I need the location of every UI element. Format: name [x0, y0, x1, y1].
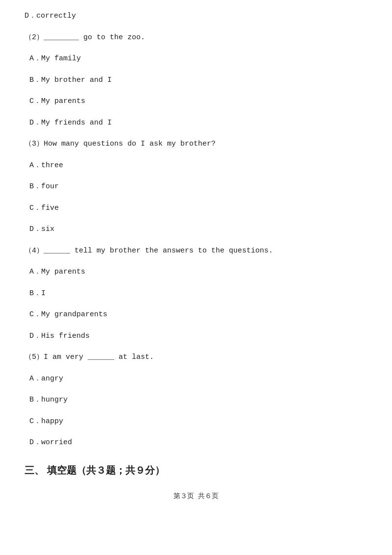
question-4: （4）______ tell my brother the answers to…	[24, 245, 368, 257]
q3-option-d: D．six	[24, 223, 368, 236]
q5-option-b: B．hungry	[24, 394, 368, 406]
q4-option-b: B．I	[24, 287, 368, 300]
q3-option-c: C．five	[24, 202, 368, 215]
q2-option-b: B．My brother and I	[24, 74, 368, 87]
q4-option-d: D．His friends	[24, 330, 368, 343]
q2-option-d: D．My friends and I	[24, 117, 368, 129]
q4-option-c: C．My grandparents	[24, 308, 368, 321]
q5-option-c: C．happy	[24, 415, 368, 428]
q5-option-a: A．angry	[24, 373, 368, 385]
section-3-header: 三、 填空题（共３题；共９分）	[24, 464, 368, 477]
q5-option-d: D．worried	[24, 436, 368, 449]
q3-option-b: B．four	[24, 180, 368, 193]
question-2: （2）________ go to the zoo.	[24, 31, 368, 44]
q3-option-a: A．three	[24, 159, 368, 172]
q4-option-a: A．My parents	[24, 266, 368, 278]
page-footer: 第３页 共６页	[24, 492, 368, 501]
q2-option-a: A．My family	[24, 52, 368, 65]
question-3: （3）How many questions do I ask my brothe…	[24, 138, 368, 151]
question-5: （5）I am very ______ at last.	[24, 351, 368, 364]
option-d-correctly: D．correctly	[24, 10, 368, 23]
q2-option-c: C．My parents	[24, 95, 368, 108]
